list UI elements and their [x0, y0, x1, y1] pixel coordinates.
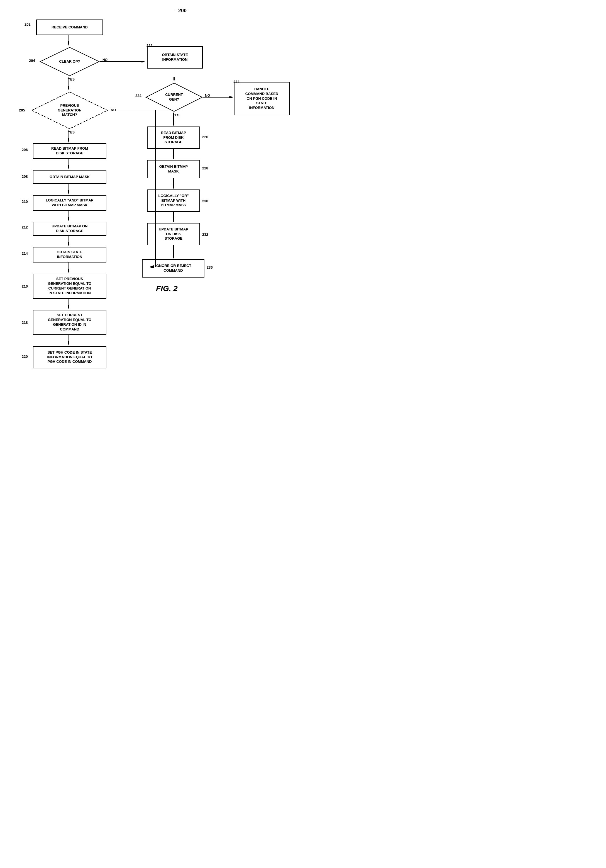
set-prev-gen-box: SET PREVIOUSGENERATION EQUAL TOCURRENT G…	[33, 274, 107, 299]
fig-label: FIG. 2	[156, 284, 178, 293]
ref-205: 205	[19, 108, 25, 112]
svg-marker-6	[68, 86, 70, 90]
svg-marker-36	[173, 184, 174, 189]
label-no-prev-gen: NO	[111, 108, 116, 112]
svg-marker-15	[68, 190, 70, 194]
label-yes-clear-op: YES	[68, 78, 75, 81]
handle-command-box: HANDLECOMMAND BASEDON PGH CODE INSTATEIN…	[234, 82, 290, 115]
obtain-bitmap-mask-right-box: OBTAIN BITMAPMASK	[147, 160, 200, 178]
diagram-number: 200	[178, 8, 187, 14]
clear-op-diamond: CLEAR OP?	[39, 46, 100, 77]
ref-206: 206	[22, 148, 28, 152]
svg-marker-13	[68, 165, 70, 169]
flowchart-diagram: 200 RECEIVE COMMAND 202 CLEAR OP? 204 NO…	[0, 0, 303, 434]
ref-222: 222	[147, 43, 153, 48]
obtain-bitmap-mask-left-box: OBTAIN BITMAP MASK	[33, 170, 107, 184]
set-curr-gen-box: SET CURRENTGENERATION EQUAL TOGENERATION…	[33, 310, 107, 335]
label-yes-current-gen: YES	[173, 113, 179, 117]
set-pgh-code-box: SET PGH CODE IN STATEINFORMATION EQUAL T…	[33, 346, 107, 368]
ref-214: 214	[22, 251, 28, 256]
ref-204: 204	[29, 59, 35, 63]
receive-command-box: RECEIVE COMMAND	[36, 20, 103, 35]
svg-marker-27	[173, 77, 175, 81]
label-no-clear-op: NO	[102, 58, 108, 62]
ref-218: 218	[22, 321, 28, 325]
svg-marker-30	[229, 96, 233, 98]
svg-marker-40	[173, 254, 174, 259]
ref-228: 228	[202, 166, 208, 170]
svg-marker-21	[68, 269, 70, 273]
svg-marker-11	[68, 138, 70, 143]
ignore-reject-box: IGNORE OR REJECTCOMMAND	[142, 259, 204, 277]
svg-marker-25	[68, 341, 70, 346]
update-bitmap-left-box: UPDATE BITMAP ONDISK STORAGE	[33, 222, 107, 236]
read-bitmap-left-box: READ BITMAP FROMDISK STORAGE	[33, 143, 107, 159]
svg-marker-4	[141, 61, 145, 62]
ref-230: 230	[202, 199, 208, 203]
ref-234: 234	[233, 80, 240, 84]
ref-210: 210	[22, 200, 28, 204]
svg-marker-1	[68, 41, 70, 46]
obtain-state-left-box: OBTAIN STATEINFORMATION	[33, 247, 107, 262]
svg-marker-19	[68, 242, 70, 246]
logically-or-box: LOGICALLY "OR"BITMAP WITHBITMAP MASK	[147, 189, 200, 212]
ref-216: 216	[22, 284, 28, 288]
ref-202: 202	[25, 22, 31, 26]
ref-232: 232	[202, 232, 208, 237]
prev-gen-match-diamond: PREVIOUSGENERATIONMATCH?	[31, 91, 108, 130]
ref-220: 220	[22, 355, 28, 359]
svg-marker-17	[68, 217, 70, 221]
obtain-state-right-box: OBTAIN STATEINFORMATION	[147, 46, 203, 68]
svg-marker-32	[173, 121, 174, 126]
svg-marker-38	[173, 218, 174, 222]
ref-226: 226	[202, 135, 208, 139]
ref-208: 208	[22, 174, 28, 178]
current-gen-diamond: CURRENTGEN?	[145, 82, 203, 113]
read-bitmap-right-box: READ BITMAPFROM DISKSTORAGE	[147, 127, 200, 149]
ref-224: 224	[135, 94, 141, 98]
label-no-current-gen: NO	[205, 94, 210, 98]
svg-marker-23	[68, 305, 70, 309]
logically-and-box: LOGICALLY "AND" BITMAPWITH BITMAP MASK	[33, 195, 107, 211]
ref-236: 236	[207, 265, 213, 270]
update-bitmap-right-box: UPDATE BITMAPON DISKSTORAGE	[147, 223, 200, 245]
label-yes-prev-gen: YES	[68, 130, 75, 134]
svg-marker-34	[173, 155, 174, 160]
ref-212: 212	[22, 225, 28, 229]
